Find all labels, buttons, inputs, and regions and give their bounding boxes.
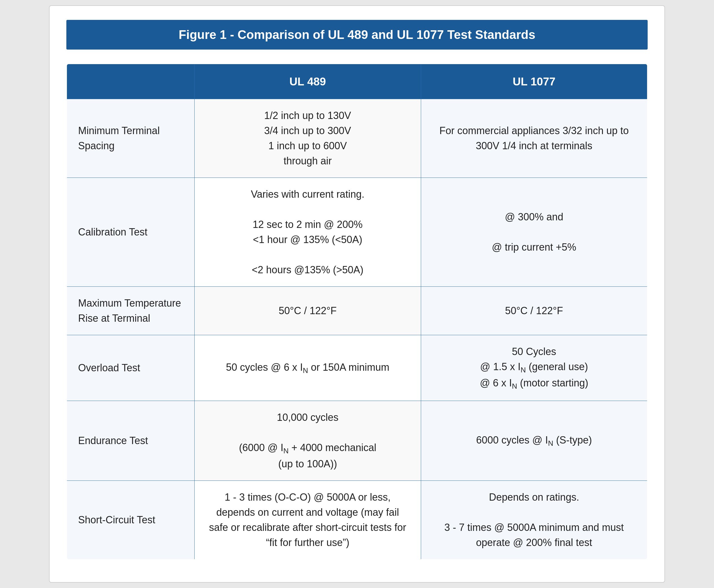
table-row: Endurance Test10,000 cycles(6000 @ IN + …	[67, 401, 647, 481]
table-row: Short-Circuit Test1 - 3 times (O-C-O) @ …	[67, 481, 647, 560]
row-ul489-overload-test: 50 cycles @ 6 x IN or 150A minimum	[194, 335, 421, 401]
row-ul1077-endurance-test: 6000 cycles @ IN (S-type)	[421, 401, 647, 481]
row-ul1077-overload-test: 50 Cycles@ 1.5 x IN (general use)@ 6 x I…	[421, 335, 647, 401]
table-row: Maximum Temperature Rise at Terminal50°C…	[67, 287, 647, 335]
row-ul1077-min-terminal-spacing: For commercial appliances 3/32 inch up t…	[421, 99, 647, 177]
row-ul489-endurance-test: 10,000 cycles(6000 @ IN + 4000 mechanica…	[194, 401, 421, 481]
row-ul489-min-terminal-spacing: 1/2 inch up to 130V3/4 inch up to 300V1 …	[194, 99, 421, 177]
table-header-row: UL 489 UL 1077	[67, 64, 647, 99]
row-label-max-temp-rise: Maximum Temperature Rise at Terminal	[67, 287, 194, 335]
row-ul489-short-circuit-test: 1 - 3 times (O-C-O) @ 5000A or less, dep…	[194, 481, 421, 560]
header-label-col	[67, 64, 194, 99]
row-label-min-terminal-spacing: Minimum Terminal Spacing	[67, 99, 194, 177]
header-ul489-col: UL 489	[194, 64, 421, 99]
row-label-short-circuit-test: Short-Circuit Test	[67, 481, 194, 560]
header-ul1077-col: UL 1077	[421, 64, 647, 99]
table-row: Calibration TestVaries with current rati…	[67, 177, 647, 287]
outer-container: Figure 1 - Comparison of UL 489 and UL 1…	[49, 5, 665, 583]
table-row: Overload Test50 cycles @ 6 x IN or 150A …	[67, 335, 647, 401]
row-ul489-calibration-test: Varies with current rating.12 sec to 2 m…	[194, 177, 421, 287]
row-label-overload-test: Overload Test	[67, 335, 194, 401]
figure-title: Figure 1 - Comparison of UL 489 and UL 1…	[66, 20, 648, 49]
row-ul489-max-temp-rise: 50°C / 122°F	[194, 287, 421, 335]
table-row: Minimum Terminal Spacing1/2 inch up to 1…	[67, 99, 647, 177]
row-ul1077-max-temp-rise: 50°C / 122°F	[421, 287, 647, 335]
row-label-calibration-test: Calibration Test	[67, 177, 194, 287]
row-ul1077-short-circuit-test: Depends on ratings.3 - 7 times @ 5000A m…	[421, 481, 647, 560]
comparison-table: UL 489 UL 1077 Minimum Terminal Spacing1…	[66, 64, 648, 560]
row-ul1077-calibration-test: @ 300% and@ trip current +5%	[421, 177, 647, 287]
row-label-endurance-test: Endurance Test	[67, 401, 194, 481]
